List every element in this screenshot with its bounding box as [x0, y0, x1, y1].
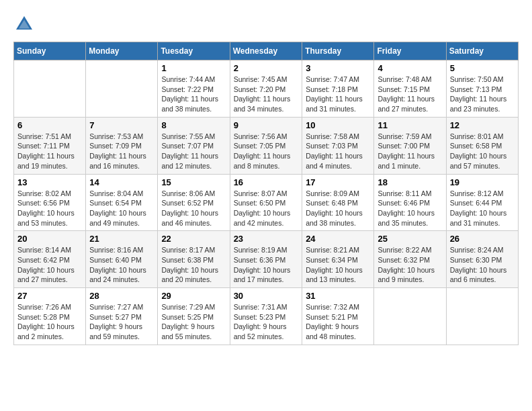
weekday-header-monday: Monday	[86, 42, 158, 60]
logo	[13, 13, 38, 35]
day-info: Sunrise: 8:22 AM Sunset: 6:32 PM Dayligh…	[378, 245, 442, 285]
day-info: Sunrise: 8:21 AM Sunset: 6:34 PM Dayligh…	[306, 245, 370, 285]
day-info: Sunrise: 7:56 AM Sunset: 7:05 PM Dayligh…	[234, 132, 299, 171]
calendar-week-4: 20Sunrise: 8:14 AM Sunset: 6:42 PM Dayli…	[14, 231, 519, 288]
calendar-cell: 28Sunrise: 7:27 AM Sunset: 5:27 PM Dayli…	[86, 288, 158, 345]
day-info: Sunrise: 7:29 AM Sunset: 5:25 PM Dayligh…	[161, 302, 226, 342]
calendar-cell: 18Sunrise: 8:11 AM Sunset: 6:46 PM Dayli…	[374, 174, 446, 231]
day-info: Sunrise: 8:17 AM Sunset: 6:38 PM Dayligh…	[161, 245, 226, 285]
weekday-header-thursday: Thursday	[302, 42, 374, 60]
calendar-cell	[86, 60, 158, 118]
calendar-cell: 10Sunrise: 7:58 AM Sunset: 7:03 PM Dayli…	[302, 117, 374, 174]
day-number: 8	[161, 120, 226, 130]
calendar-week-5: 27Sunrise: 7:26 AM Sunset: 5:28 PM Dayli…	[14, 288, 519, 345]
day-number: 20	[17, 234, 82, 244]
calendar-cell: 27Sunrise: 7:26 AM Sunset: 5:28 PM Dayli…	[14, 288, 86, 345]
weekday-header-friday: Friday	[374, 42, 446, 60]
day-number: 10	[306, 120, 370, 130]
calendar-cell: 13Sunrise: 8:02 AM Sunset: 6:56 PM Dayli…	[14, 174, 86, 231]
day-info: Sunrise: 7:51 AM Sunset: 7:11 PM Dayligh…	[17, 132, 82, 171]
logo-icon	[13, 13, 35, 35]
day-info: Sunrise: 8:02 AM Sunset: 6:56 PM Dayligh…	[17, 189, 82, 228]
calendar-cell: 30Sunrise: 7:31 AM Sunset: 5:23 PM Dayli…	[230, 288, 302, 345]
weekday-header-saturday: Saturday	[446, 42, 518, 60]
calendar-cell	[374, 288, 446, 345]
calendar-cell: 1Sunrise: 7:44 AM Sunset: 7:22 PM Daylig…	[158, 60, 230, 118]
calendar-cell: 23Sunrise: 8:19 AM Sunset: 6:36 PM Dayli…	[230, 231, 302, 288]
calendar-week-2: 6Sunrise: 7:51 AM Sunset: 7:11 PM Daylig…	[14, 117, 519, 174]
day-info: Sunrise: 8:19 AM Sunset: 6:36 PM Dayligh…	[234, 245, 299, 285]
day-number: 23	[234, 234, 299, 244]
day-info: Sunrise: 7:27 AM Sunset: 5:27 PM Dayligh…	[89, 302, 154, 342]
calendar-cell: 6Sunrise: 7:51 AM Sunset: 7:11 PM Daylig…	[14, 117, 86, 174]
day-number: 17	[306, 177, 370, 187]
day-number: 4	[378, 63, 442, 73]
weekday-header-wednesday: Wednesday	[230, 42, 302, 60]
day-number: 2	[234, 63, 299, 73]
day-info: Sunrise: 8:12 AM Sunset: 6:44 PM Dayligh…	[450, 189, 515, 228]
calendar-cell: 11Sunrise: 7:59 AM Sunset: 7:00 PM Dayli…	[374, 117, 446, 174]
day-number: 30	[234, 291, 299, 301]
day-number: 19	[450, 177, 515, 187]
day-info: Sunrise: 8:07 AM Sunset: 6:50 PM Dayligh…	[234, 189, 299, 228]
day-number: 3	[306, 63, 370, 73]
calendar-cell: 15Sunrise: 8:06 AM Sunset: 6:52 PM Dayli…	[158, 174, 230, 231]
day-number: 26	[450, 234, 515, 244]
calendar-week-3: 13Sunrise: 8:02 AM Sunset: 6:56 PM Dayli…	[14, 174, 519, 231]
calendar-cell: 19Sunrise: 8:12 AM Sunset: 6:44 PM Dayli…	[446, 174, 518, 231]
day-number: 24	[306, 234, 370, 244]
calendar-cell	[446, 288, 518, 345]
calendar-cell: 20Sunrise: 8:14 AM Sunset: 6:42 PM Dayli…	[14, 231, 86, 288]
day-number: 9	[234, 120, 299, 130]
calendar-cell: 14Sunrise: 8:04 AM Sunset: 6:54 PM Dayli…	[86, 174, 158, 231]
day-number: 31	[306, 291, 370, 301]
day-number: 25	[378, 234, 442, 244]
calendar-table: SundayMondayTuesdayWednesdayThursdayFrid…	[13, 42, 519, 345]
calendar-cell: 9Sunrise: 7:56 AM Sunset: 7:05 PM Daylig…	[230, 117, 302, 174]
day-number: 28	[89, 291, 154, 301]
day-number: 6	[17, 120, 82, 130]
calendar-cell: 8Sunrise: 7:55 AM Sunset: 7:07 PM Daylig…	[158, 117, 230, 174]
day-info: Sunrise: 8:09 AM Sunset: 6:48 PM Dayligh…	[306, 189, 370, 228]
day-info: Sunrise: 7:26 AM Sunset: 5:28 PM Dayligh…	[17, 302, 82, 342]
day-number: 22	[161, 234, 226, 244]
calendar-cell: 25Sunrise: 8:22 AM Sunset: 6:32 PM Dayli…	[374, 231, 446, 288]
weekday-header-tuesday: Tuesday	[158, 42, 230, 60]
calendar-week-1: 1Sunrise: 7:44 AM Sunset: 7:22 PM Daylig…	[14, 60, 519, 118]
day-info: Sunrise: 7:53 AM Sunset: 7:09 PM Dayligh…	[89, 132, 154, 171]
day-info: Sunrise: 8:11 AM Sunset: 6:46 PM Dayligh…	[378, 189, 442, 228]
day-number: 27	[17, 291, 82, 301]
day-info: Sunrise: 7:50 AM Sunset: 7:13 PM Dayligh…	[450, 75, 515, 114]
day-number: 15	[161, 177, 226, 187]
calendar-cell: 22Sunrise: 8:17 AM Sunset: 6:38 PM Dayli…	[158, 231, 230, 288]
day-number: 18	[378, 177, 442, 187]
calendar-cell: 7Sunrise: 7:53 AM Sunset: 7:09 PM Daylig…	[86, 117, 158, 174]
day-info: Sunrise: 7:32 AM Sunset: 5:21 PM Dayligh…	[306, 302, 370, 342]
day-info: Sunrise: 7:47 AM Sunset: 7:18 PM Dayligh…	[306, 75, 370, 114]
day-info: Sunrise: 7:31 AM Sunset: 5:23 PM Dayligh…	[234, 302, 299, 342]
calendar-cell: 31Sunrise: 7:32 AM Sunset: 5:21 PM Dayli…	[302, 288, 374, 345]
day-info: Sunrise: 8:04 AM Sunset: 6:54 PM Dayligh…	[89, 189, 154, 228]
day-info: Sunrise: 7:48 AM Sunset: 7:15 PM Dayligh…	[378, 75, 442, 114]
day-number: 16	[234, 177, 299, 187]
weekday-header-row: SundayMondayTuesdayWednesdayThursdayFrid…	[14, 42, 519, 60]
calendar-cell: 5Sunrise: 7:50 AM Sunset: 7:13 PM Daylig…	[446, 60, 518, 118]
calendar-cell: 21Sunrise: 8:16 AM Sunset: 6:40 PM Dayli…	[86, 231, 158, 288]
day-info: Sunrise: 7:58 AM Sunset: 7:03 PM Dayligh…	[306, 132, 370, 171]
calendar-cell	[14, 60, 86, 118]
day-info: Sunrise: 8:24 AM Sunset: 6:30 PM Dayligh…	[450, 245, 515, 285]
day-info: Sunrise: 8:14 AM Sunset: 6:42 PM Dayligh…	[17, 245, 82, 285]
page-header	[13, 13, 519, 35]
day-info: Sunrise: 8:06 AM Sunset: 6:52 PM Dayligh…	[161, 189, 226, 228]
day-info: Sunrise: 7:45 AM Sunset: 7:20 PM Dayligh…	[234, 75, 299, 114]
day-number: 11	[378, 120, 442, 130]
calendar-cell: 2Sunrise: 7:45 AM Sunset: 7:20 PM Daylig…	[230, 60, 302, 118]
day-number: 5	[450, 63, 515, 73]
day-info: Sunrise: 7:55 AM Sunset: 7:07 PM Dayligh…	[161, 132, 226, 171]
day-number: 13	[17, 177, 82, 187]
calendar-cell: 29Sunrise: 7:29 AM Sunset: 5:25 PM Dayli…	[158, 288, 230, 345]
calendar-cell: 3Sunrise: 7:47 AM Sunset: 7:18 PM Daylig…	[302, 60, 374, 118]
day-number: 21	[89, 234, 154, 244]
day-info: Sunrise: 7:44 AM Sunset: 7:22 PM Dayligh…	[161, 75, 226, 114]
calendar-cell: 4Sunrise: 7:48 AM Sunset: 7:15 PM Daylig…	[374, 60, 446, 118]
